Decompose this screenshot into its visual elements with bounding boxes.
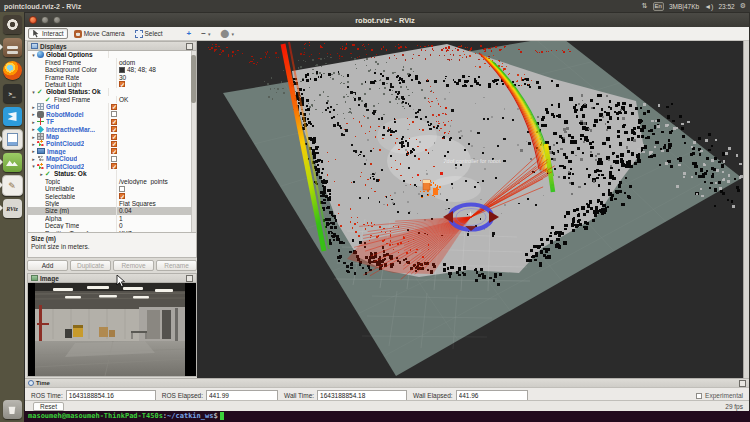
property-checkbox[interactable]	[111, 134, 117, 140]
experimental-toggle[interactable]: Experimental	[696, 392, 743, 399]
tree-row-position-transf-[interactable]: Position Transf...XYZ	[28, 230, 191, 234]
tree-row-image[interactable]: ▸Image	[28, 148, 191, 155]
expander-icon[interactable]: ▾	[30, 163, 37, 169]
camera-image-view[interactable]	[27, 283, 197, 377]
expander-icon[interactable]: ▸	[30, 148, 37, 154]
tree-scrollbar[interactable]	[191, 51, 196, 232]
tree-row-unreliable[interactable]: Unreliable	[28, 185, 191, 192]
right-dock-strip[interactable]	[743, 41, 749, 378]
expander-icon[interactable]: ▸	[30, 111, 37, 117]
property-checkbox[interactable]	[111, 156, 117, 162]
tree-row-default-light[interactable]: Default Light	[28, 81, 191, 88]
expander-icon[interactable]: ▸	[30, 104, 37, 110]
panel-float-icon[interactable]	[186, 43, 193, 50]
text-editor-launcher-item[interactable]	[0, 174, 24, 197]
tree-scrollbar-thumb[interactable]	[191, 55, 196, 103]
tree-row-pointcloud2[interactable]: ▸PointCloud2	[28, 140, 191, 147]
tree-row-mapcloud[interactable]: ▸MapCloud	[28, 155, 191, 162]
remove-button[interactable]: Remove	[113, 260, 154, 271]
displays-panel-header[interactable]: Displays	[27, 41, 197, 51]
tree-row-global-options[interactable]: ▾Global Options	[28, 51, 191, 58]
ubuntu-dash-launcher-item[interactable]	[0, 13, 24, 36]
property-value[interactable]: 0	[119, 222, 123, 229]
terminal-window-strip[interactable]: masoumeh@masoumeh-ThinkPad-T450s:~/catki…	[24, 410, 750, 422]
expander-icon[interactable]: ▸	[30, 119, 37, 125]
panel-float-icon[interactable]	[739, 380, 746, 387]
property-value[interactable]: OK	[119, 96, 128, 103]
tree-row-tf[interactable]: ▸TF	[28, 118, 191, 125]
gear-icon[interactable]: ⚙	[740, 2, 746, 10]
property-checkbox[interactable]	[111, 119, 117, 125]
tree-row-fixed-frame[interactable]: ✓Fixed FrameOK	[28, 96, 191, 103]
property-value[interactable]: /velodyne_points	[119, 178, 168, 185]
tree-row-background-color[interactable]: Background Color48; 48; 48	[28, 66, 191, 73]
updown-arrows-icon[interactable]: ⇅	[642, 2, 648, 10]
rviz-launcher-item[interactable]: RViz	[0, 197, 24, 220]
tree-row-pointcloud2[interactable]: ▾PointCloud2	[28, 163, 191, 170]
expander-icon[interactable]: ▾	[30, 52, 37, 58]
network-indicator[interactable]: 3MB|47Kb	[669, 3, 699, 10]
select-button[interactable]: Select	[131, 28, 167, 39]
expander-icon[interactable]: ▾	[30, 89, 37, 95]
property-checkbox[interactable]	[119, 81, 125, 87]
minus-button[interactable]: −▾	[197, 28, 214, 39]
property-checkbox[interactable]	[111, 163, 117, 169]
tree-row-frame-rate[interactable]: Frame Rate30	[28, 73, 191, 80]
tree-row-alpha[interactable]: Alpha1	[28, 215, 191, 222]
plus-button[interactable]: +	[183, 28, 196, 39]
vscode-launcher-item[interactable]	[0, 105, 24, 128]
window-titlebar[interactable]: robot.rviz* - RViz	[25, 13, 749, 28]
tree-row-topic[interactable]: Topic/velodyne_points	[28, 177, 191, 184]
property-checkbox[interactable]	[111, 141, 117, 147]
sphere-button[interactable]: ⬤▾	[216, 28, 237, 39]
property-value[interactable]: 1	[119, 215, 123, 222]
firefox-launcher-item[interactable]	[0, 59, 24, 82]
rename-button[interactable]: Rename	[156, 260, 197, 271]
3d-viewport[interactable]: 2dof controller for robot	[197, 41, 745, 378]
tree-row-grid[interactable]: ▸Grid	[28, 103, 191, 110]
property-checkbox[interactable]	[111, 126, 117, 132]
volume-icon[interactable]: ◄)	[704, 3, 713, 10]
clock[interactable]: 23:52	[718, 3, 734, 10]
tree-row-selectable[interactable]: Selectable	[28, 192, 191, 199]
tree-row-interactivemar-[interactable]: ▸InteractiveMar...	[28, 125, 191, 132]
move-camera-button[interactable]: Move Camera	[70, 28, 129, 39]
minimize-window-icon[interactable]	[41, 16, 49, 24]
tree-row-style[interactable]: StyleFlat Squares	[28, 200, 191, 207]
duplicate-button[interactable]: Duplicate	[70, 260, 111, 271]
color-swatch[interactable]	[119, 67, 125, 73]
property-value[interactable]: XYZ	[119, 230, 132, 233]
tree-row-global-status-ok[interactable]: ▾✓Global Status: Ok	[28, 88, 191, 95]
files-launcher-item[interactable]	[0, 36, 24, 59]
reset-button[interactable]: Reset	[33, 402, 64, 411]
property-checkbox[interactable]	[111, 111, 117, 117]
time-panel-header[interactable]: Time	[25, 379, 749, 388]
panel-float-icon[interactable]	[186, 275, 193, 282]
tree-row-robotmodel[interactable]: ▸RobotModel	[28, 111, 191, 118]
close-window-icon[interactable]	[29, 16, 37, 24]
image-panel-header[interactable]: Image	[27, 273, 197, 283]
property-value[interactable]: 0.04	[119, 207, 132, 214]
expander-icon[interactable]: ▸	[30, 134, 37, 140]
expander-icon[interactable]: ▸	[30, 156, 37, 162]
tree-row-map[interactable]: ▸Map	[28, 133, 191, 140]
property-checkbox[interactable]	[111, 104, 117, 110]
keyboard-layout-indicator[interactable]: En	[653, 2, 664, 11]
tree-row-decay-time[interactable]: Decay Time0	[28, 222, 191, 229]
property-value[interactable]: odom	[119, 59, 135, 66]
image-viewer-launcher-item[interactable]	[0, 151, 24, 174]
property-value[interactable]: Flat Squares	[119, 200, 156, 207]
trash-launcher-item[interactable]	[0, 398, 24, 421]
property-checkbox[interactable]	[119, 193, 125, 199]
property-checkbox[interactable]	[111, 148, 117, 154]
experimental-checkbox[interactable]	[696, 393, 702, 399]
terminal-launcher-item[interactable]	[0, 82, 24, 105]
tree-row-size-m-[interactable]: Size (m)0.04	[28, 207, 191, 214]
add-button[interactable]: Add	[27, 260, 68, 271]
property-checkbox[interactable]	[119, 186, 125, 192]
tree-row-fixed-frame[interactable]: Fixed Frameodom	[28, 58, 191, 65]
property-value[interactable]: 30	[119, 74, 126, 81]
expander-icon[interactable]: ▸	[30, 141, 37, 147]
expander-icon[interactable]: ▸	[38, 171, 45, 177]
tree-row-status-ok[interactable]: ▸✓Status: Ok	[28, 170, 191, 177]
